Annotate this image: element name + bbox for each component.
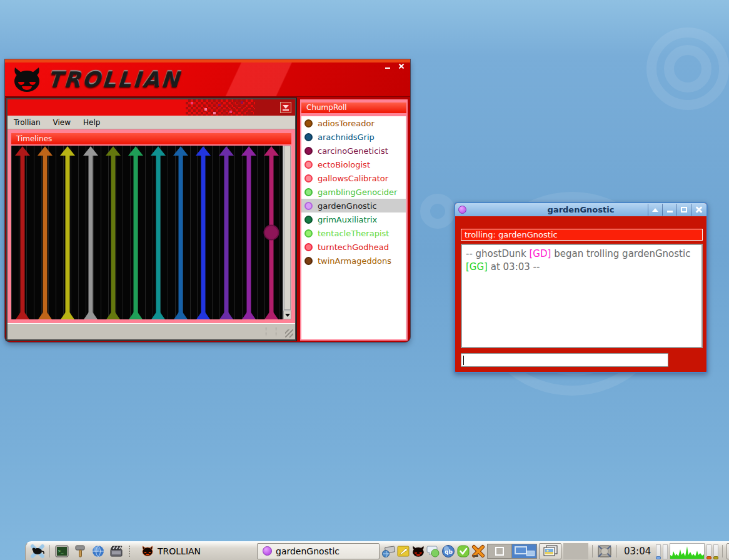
minimize-icon[interactable] xyxy=(384,63,391,70)
gauge-bar xyxy=(713,544,718,559)
rollup-icon[interactable] xyxy=(648,204,662,216)
chumproll-item-gardenGnostic[interactable]: gardenGnostic xyxy=(301,199,406,212)
gg-handle-tag: [GG] xyxy=(466,261,488,272)
network-monitor-graph[interactable] xyxy=(670,543,705,559)
taskbar-task-trollian[interactable]: TROLLIAN xyxy=(136,543,255,559)
chat-bubbles-icon[interactable] xyxy=(426,544,440,558)
chumproll-item-ectoBiologist[interactable]: ectoBiologist xyxy=(301,158,406,171)
chum-handle: turntechGodhead xyxy=(318,242,389,252)
timeline-5 xyxy=(102,146,124,319)
timelines-mdi-window: TrollianViewHelp Timelines xyxy=(6,98,296,341)
media-clapperboard-icon[interactable] xyxy=(108,543,124,559)
taskbar: >_ TROLLIAN xyxy=(25,541,729,560)
trollian-task-icon xyxy=(141,545,154,557)
screenshot-button[interactable] xyxy=(539,543,561,559)
status-dot xyxy=(304,243,313,251)
task-label: TROLLIAN xyxy=(158,546,201,556)
close-icon[interactable] xyxy=(398,63,405,70)
chum-handle: arachnidsGrip xyxy=(318,132,375,142)
timeline-12 xyxy=(260,146,283,319)
workspace-2-active[interactable] xyxy=(512,544,536,558)
statusbar-separator xyxy=(276,327,276,336)
trollian-devil-icon xyxy=(11,65,43,94)
message-text: -- ghostDunk xyxy=(466,248,530,259)
scroll-down-icon[interactable] xyxy=(283,311,291,319)
chum-handle: ectoBiologist xyxy=(318,160,370,169)
trollian-window: TROLLIAN TrollianViewHelp Timelines xyxy=(5,59,410,342)
timeline-scrollbar[interactable] xyxy=(283,146,291,319)
resize-grip[interactable] xyxy=(285,329,293,338)
mdi-titlebar[interactable] xyxy=(8,99,295,116)
chum-handle: carcinoGeneticist xyxy=(318,146,388,156)
timeline-node[interactable] xyxy=(263,225,279,241)
chum-handle: twinArmageddons xyxy=(318,256,391,266)
notes-pad-icon[interactable] xyxy=(396,544,410,558)
chumproll-item-gallowsCalibrator[interactable]: gallowsCalibrator xyxy=(301,171,406,185)
scrollbar-thumb[interactable] xyxy=(284,146,291,310)
keyboard-layout-icon[interactable] xyxy=(381,544,395,558)
maximize-icon[interactable] xyxy=(676,204,691,216)
message-text: began trolling gardenGnostic xyxy=(551,248,690,259)
timeline-canvas xyxy=(11,146,283,319)
trollian-banner: TROLLIAN xyxy=(5,62,410,97)
statusbar-separator xyxy=(266,327,266,336)
taskbar-separator xyxy=(722,545,723,558)
menu-view[interactable]: View xyxy=(47,116,77,129)
timelines-header: Timelines xyxy=(11,133,291,144)
menu-trollian[interactable]: Trollian xyxy=(8,116,47,129)
chum-handle: gardenGnostic xyxy=(318,201,377,211)
screen-display-icon[interactable] xyxy=(596,543,613,559)
timeline-9 xyxy=(192,146,214,319)
chum-handle: gamblingGenocider xyxy=(318,188,397,197)
xfce-menu-icon[interactable] xyxy=(29,543,46,559)
chumproll-item-tentacleTherapist[interactable]: tentacleTherapist xyxy=(301,226,406,240)
qb-torrent-icon[interactable]: qb xyxy=(441,544,455,558)
clock[interactable]: 03:04 xyxy=(621,546,654,557)
chumproll-item-twinArmageddons[interactable]: twinArmageddons xyxy=(301,254,406,268)
minimize-icon[interactable] xyxy=(662,204,676,216)
chumproll-item-arachnidsGrip[interactable]: arachnidsGrip xyxy=(301,130,406,144)
purple-orb-icon xyxy=(263,546,272,556)
check-status-icon[interactable] xyxy=(456,544,470,558)
chum-handle: tentacleTherapist xyxy=(318,229,389,238)
status-dot xyxy=(304,257,313,265)
taskbar-task-gardengnostic[interactable]: gardenGnostic xyxy=(257,543,380,559)
chat-titlebar[interactable]: gardenGnostic xyxy=(455,203,706,216)
svg-text:>_: >_ xyxy=(58,549,64,554)
shade-window-icon[interactable] xyxy=(280,102,291,113)
chum-handle: gallowsCalibrator xyxy=(318,174,388,183)
web-globe-icon[interactable] xyxy=(90,543,106,559)
orange-x-icon[interactable] xyxy=(471,544,485,558)
taskbar-separator xyxy=(616,545,617,558)
volume-gauges[interactable] xyxy=(656,543,668,559)
chumproll-list: adiosToreadorarachnidsGripcarcinoGenetic… xyxy=(301,116,406,339)
chumproll-item-gamblingGenocider[interactable]: gamblingGenocider xyxy=(301,185,406,199)
terminal-icon[interactable]: >_ xyxy=(54,543,70,559)
trollian-tray-icon[interactable] xyxy=(411,544,425,558)
status-dot xyxy=(304,202,313,210)
status-dot xyxy=(304,188,313,196)
chat-log[interactable]: -- ghostDunk [GD] began trolling gardenG… xyxy=(461,244,703,348)
sensor-gauges[interactable] xyxy=(706,543,718,559)
chumproll-item-adiosToreador[interactable]: adiosToreador xyxy=(301,116,406,130)
status-dot xyxy=(304,216,313,224)
titlebar-pixel-dissolve xyxy=(186,99,254,116)
chumproll-item-grimAuxiliatrix[interactable]: grimAuxiliatrix xyxy=(301,212,406,226)
menu-help[interactable]: Help xyxy=(77,116,106,129)
logout-button[interactable] xyxy=(726,543,729,559)
message-input[interactable] xyxy=(461,353,668,367)
gd-handle-tag: [GD] xyxy=(530,248,551,259)
chumproll-item-carcinoGeneticist[interactable]: carcinoGeneticist xyxy=(301,144,406,158)
workspace-pager xyxy=(487,544,537,559)
chumproll-panel: ChumpRoll adiosToreadorarachnidsGripcarc… xyxy=(300,99,408,341)
chumproll-header: ChumpRoll xyxy=(301,102,406,113)
workspace-1[interactable] xyxy=(488,544,512,558)
tools-hammer-icon[interactable] xyxy=(72,543,88,559)
gauge-bar xyxy=(663,544,668,559)
close-icon[interactable] xyxy=(691,204,705,216)
panel-grip[interactable] xyxy=(129,546,132,557)
statusbar xyxy=(8,323,295,339)
timeline-10 xyxy=(215,146,238,319)
chumproll-item-turntechGodhead[interactable]: turntechGodhead xyxy=(301,240,406,254)
timeline-4 xyxy=(79,146,102,319)
